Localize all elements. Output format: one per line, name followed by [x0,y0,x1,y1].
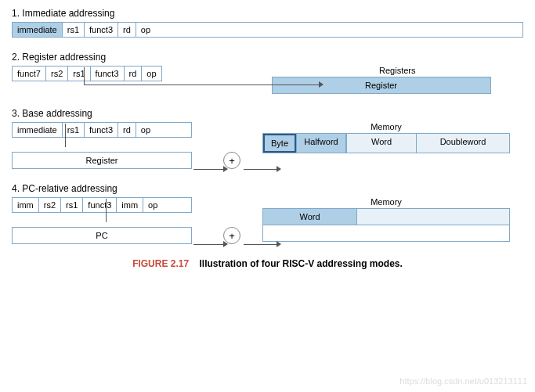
wire [193,169,223,170]
section-title: 4. PC-relative addressing [12,183,523,194]
field-rs1: rs1 [68,67,90,81]
arrow-icon [277,166,281,172]
mem-word: Word [263,209,357,225]
field-rd: rd [125,67,143,81]
field-rs2: rs2 [39,198,61,212]
field-op: op [143,198,162,212]
register-box: Register [12,152,192,169]
field-immediate: immediate [13,23,63,37]
registers-label: Registers [272,66,523,75]
instruction-format: imm rs2 rs1 funct3 imm op [12,197,192,213]
memory-block: Word [262,208,510,242]
field-rd: rd [118,123,136,137]
memory-row: Byte Halfword Word Doubleword [262,133,510,153]
figure-caption: FIGURE 2.17 Illustration of four RISC-V … [12,258,523,269]
field-rs1: rs1 [61,198,83,212]
wire [244,244,277,245]
mem-word: Word [346,134,417,153]
pc-box: PC [12,227,192,244]
field-funct3: funct3 [83,198,117,212]
mem-halfword: Halfword [296,134,346,153]
arrow-icon [277,241,281,247]
arrow-icon [319,81,324,88]
field-imm: imm [13,198,39,212]
arrow-icon [223,241,228,247]
section-pc-relative: 4. PC-relative addressing imm rs2 rs1 fu… [12,183,523,244]
mem-byte: Byte [263,134,296,153]
wire [244,169,277,170]
wire [193,244,223,245]
section-register: 2. Register addressing funct7 rs2 rs1 fu… [12,52,523,94]
wire [106,199,107,222]
arrow-icon [223,166,228,172]
field-funct7: funct7 [13,67,46,81]
field-imm: imm [117,198,143,212]
section-title: 3. Base addressing [12,108,523,119]
field-rd: rd [118,23,136,37]
figure-number: FIGURE 2.17 [132,258,189,269]
wire [84,67,85,85]
field-funct3: funct3 [85,123,118,137]
registers-block: Registers Register [272,66,523,94]
field-rs2: rs2 [46,67,68,81]
wire [65,124,66,147]
mem-empty [357,209,509,225]
field-op: op [136,23,155,37]
field-immediate: immediate [13,123,63,137]
section-base: 3. Base addressing immediate rs1 funct3 … [12,108,523,169]
field-op: op [142,67,161,81]
memory-label: Memory [262,122,510,131]
register-box: Register [272,77,491,94]
section-title: 2. Register addressing [12,52,523,63]
field-op: op [136,123,155,137]
figure-title: Illustration of four RISC-V addressing m… [200,258,403,269]
section-immediate: 1. Immediate addressing immediate rs1 fu… [12,8,523,38]
field-funct3: funct3 [91,67,125,81]
instruction-format: immediate rs1 funct3 rd op [12,122,192,138]
watermark: https://blog.csdn.net/u013213111 [399,376,527,386]
instruction-format: immediate rs1 funct3 rd op [12,22,523,38]
field-funct3: funct3 [85,23,118,37]
memory-label: Memory [262,197,510,207]
mem-doubleword: Doubleword [417,134,509,153]
mem-empty-row [263,225,509,241]
wire [84,85,319,85]
field-rs1: rs1 [63,23,85,37]
section-title: 1. Immediate addressing [12,8,523,19]
instruction-format: funct7 rs2 rs1 funct3 rd op [12,66,162,81]
